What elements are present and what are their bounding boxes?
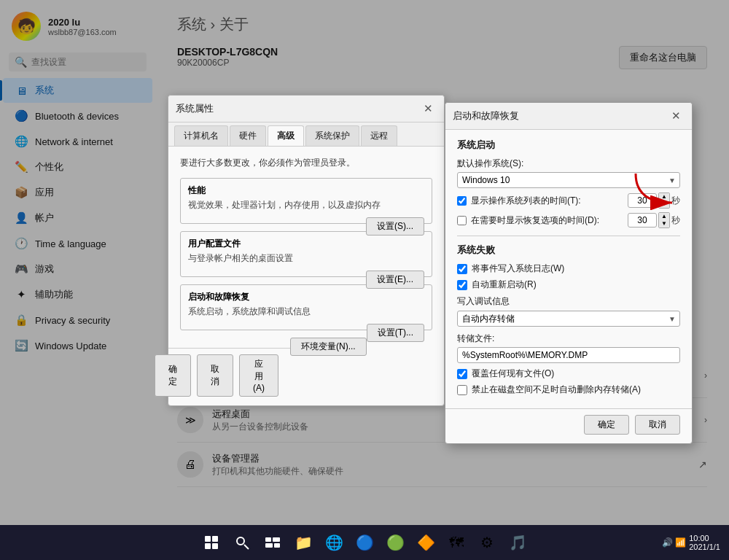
show-list-row: 显示操作系统列表的时间(T): ▲ ▼ 秒 xyxy=(457,192,680,209)
debug-info-label: 写入调试信息 xyxy=(457,295,680,308)
startup-close-button[interactable]: ✕ xyxy=(667,107,685,125)
show-list-seconds-input[interactable] xyxy=(628,193,657,208)
tab-advanced[interactable]: 高级 xyxy=(268,125,304,146)
overwrite-checkbox[interactable] xyxy=(457,369,467,379)
startup-desc: 系统启动，系统故障和调试信息 xyxy=(188,306,424,318)
app5-button[interactable]: 🎵 xyxy=(504,529,531,556)
svg-point-5 xyxy=(237,537,244,545)
svg-rect-9 xyxy=(265,543,273,548)
disable-low-space-checkbox[interactable] xyxy=(457,385,467,395)
show-recovery-row: 在需要时显示恢复选项的时间(D): ▲ ▼ 秒 xyxy=(457,212,680,228)
startup-dialog-title: 启动和故障恢复 xyxy=(453,109,519,122)
dump-file-label: 转储文件: xyxy=(457,332,680,345)
sysprop-dialog: 系统属性 ✕ 计算机名 硬件 高级 系统保护 远程 要进行大多数更改，你必须作为… xyxy=(168,95,445,406)
clock: 10:002021/1/1 xyxy=(689,534,720,551)
show-recovery-spin: ▲ ▼ xyxy=(658,212,670,228)
sysprop-titlebar: 系统属性 ✕ xyxy=(168,96,444,122)
svg-rect-4 xyxy=(212,543,218,549)
write-event-checkbox[interactable] xyxy=(457,264,467,274)
app1-button[interactable]: 🔵 xyxy=(351,529,378,556)
svg-rect-1 xyxy=(205,536,211,542)
userprofile-desc: 与登录帐户相关的桌面设置 xyxy=(188,252,424,265)
tab-protection[interactable]: 系统保护 xyxy=(305,125,359,146)
startup-settings-button[interactable]: 设置(T)... xyxy=(367,324,424,342)
perf-title: 性能 xyxy=(188,184,424,197)
search-taskbar-button[interactable] xyxy=(229,529,255,556)
show-list-time-input: ▲ ▼ 秒 xyxy=(628,192,680,209)
env-variables-button[interactable]: 环境变量(N)... xyxy=(290,338,367,356)
show-recovery-unit: 秒 xyxy=(671,214,680,227)
userprofile-title: 用户配置文件 xyxy=(188,238,424,250)
sysprop-intro: 要进行大多数更改，你必须作为管理员登录。 xyxy=(180,157,432,169)
startup-body: 系统启动 默认操作系统(S): Windows 10 ▼ 显示操作系统列表的时间… xyxy=(445,130,692,408)
default-os-select-wrapper: Windows 10 ▼ xyxy=(457,172,680,188)
show-recovery-seconds-input[interactable] xyxy=(628,213,657,228)
taskbar: 📁 🌐 🔵 🟢 🔶 🗺 ⚙ 🎵 🔊 📶 10:002021/1/1 xyxy=(0,525,729,560)
show-list-unit: 秒 xyxy=(671,195,680,207)
userprofile-section: 用户配置文件 与登录帐户相关的桌面设置 设置(E)... xyxy=(180,231,432,277)
startup-section: 启动和故障恢复 系统启动，系统故障和调试信息 设置(T)... xyxy=(180,284,432,330)
write-event-row: 将事件写入系统日志(W) xyxy=(457,262,680,275)
write-event-label: 将事件写入系统日志(W) xyxy=(472,262,564,275)
perf-settings-button[interactable]: 设置(S)... xyxy=(366,217,424,236)
system-tray: 🔊 📶 xyxy=(662,537,686,548)
default-os-select[interactable]: Windows 10 xyxy=(457,172,680,188)
perf-desc: 视觉效果，处理器计划，内存使用，以及虚拟内存 xyxy=(188,199,424,211)
default-os-row: 默认操作系统(S): Windows 10 ▼ xyxy=(457,158,680,188)
debug-select-wrapper: 自动内存转储 核心内存转储 完全内存转储 小内存转储 ▼ xyxy=(457,311,680,327)
debug-select[interactable]: 自动内存转储 核心内存转储 完全内存转储 小内存转储 xyxy=(457,311,680,327)
app3-button[interactable]: 🔶 xyxy=(413,529,439,556)
disable-low-space-row: 禁止在磁盘空间不足时自动删除内存转储(A) xyxy=(457,384,680,396)
auto-restart-checkbox[interactable] xyxy=(457,280,467,290)
overwrite-label: 覆盖任何现有文件(O) xyxy=(472,368,554,380)
explorer-button[interactable]: 📁 xyxy=(290,529,316,556)
start-button[interactable] xyxy=(198,529,225,556)
system-failure-label: 系统失败 xyxy=(457,244,680,257)
svg-rect-10 xyxy=(274,543,280,548)
show-list-checkbox[interactable] xyxy=(457,196,467,206)
sysprop-tabs: 计算机名 硬件 高级 系统保护 远程 xyxy=(168,122,444,147)
disable-low-space-label: 禁止在磁盘空间不足时自动删除内存转储(A) xyxy=(472,384,641,396)
show-list-spin: ▲ ▼ xyxy=(658,192,670,209)
startup-footer: 确定 取消 xyxy=(445,408,692,443)
perf-section: 性能 视觉效果，处理器计划，内存使用，以及虚拟内存 设置(S)... xyxy=(180,178,432,224)
app4-button[interactable]: 🗺 xyxy=(443,529,469,556)
sysprop-title: 系统属性 xyxy=(176,102,214,115)
sysprop-apply-button[interactable]: 应用(A) xyxy=(239,354,278,397)
startup-dialog: 启动和故障恢复 ✕ 系统启动 默认操作系统(S): Windows 10 ▼ xyxy=(445,102,693,444)
overwrite-row: 覆盖任何现有文件(O) xyxy=(457,368,680,380)
show-recovery-spin-up[interactable]: ▲ xyxy=(659,213,669,220)
startup-ok-button[interactable]: 确定 xyxy=(584,415,629,435)
dump-file-input[interactable]: %SystemRoot%\MEMORY.DMP xyxy=(457,347,680,363)
svg-rect-8 xyxy=(273,537,280,542)
tab-computername[interactable]: 计算机名 xyxy=(174,125,228,146)
taskbar-right: 🔊 📶 10:002021/1/1 xyxy=(662,534,720,551)
svg-rect-7 xyxy=(265,537,271,542)
show-recovery-spin-down[interactable]: ▼ xyxy=(659,220,669,228)
auto-restart-row: 自动重新启动(R) xyxy=(457,279,680,291)
taskview-button[interactable] xyxy=(260,529,286,556)
startup-cancel-button[interactable]: 取消 xyxy=(635,415,680,435)
show-list-label: 显示操作系统列表的时间(T): xyxy=(471,195,628,207)
show-list-spin-up[interactable]: ▲ xyxy=(659,193,669,201)
show-recovery-checkbox[interactable] xyxy=(457,216,467,225)
settings-taskbar-button[interactable]: ⚙ xyxy=(474,529,500,556)
default-os-label: 默认操作系统(S): xyxy=(457,158,680,170)
svg-rect-2 xyxy=(212,536,218,542)
tab-remote[interactable]: 远程 xyxy=(361,125,397,146)
main-area: 🧒 2020 lu wslbb87@163.com 🔍 🖥 系统 xyxy=(0,0,729,525)
tab-hardware[interactable]: 硬件 xyxy=(230,125,266,146)
show-list-spin-down[interactable]: ▼ xyxy=(659,201,669,208)
app2-button[interactable]: 🟢 xyxy=(382,529,408,556)
auto-restart-label: 自动重新启动(R) xyxy=(472,279,537,291)
sysprop-ok-button[interactable]: 确定 xyxy=(155,354,191,397)
svg-rect-3 xyxy=(205,543,211,549)
sysprop-cancel-button[interactable]: 取消 xyxy=(197,354,233,397)
show-recovery-label: 在需要时显示恢复选项的时间(D): xyxy=(471,214,628,227)
chrome-button[interactable]: 🌐 xyxy=(321,529,347,556)
system-startup-label: 系统启动 xyxy=(457,139,680,152)
sysprop-footer: 确定 取消 应用(A) xyxy=(168,348,290,405)
userprofile-settings-button[interactable]: 设置(E)... xyxy=(366,271,424,289)
sysprop-close-button[interactable]: ✕ xyxy=(419,100,437,117)
sysprop-body: 要进行大多数更改，你必须作为管理员登录。 性能 视觉效果，处理器计划，内存使用，… xyxy=(168,147,444,348)
